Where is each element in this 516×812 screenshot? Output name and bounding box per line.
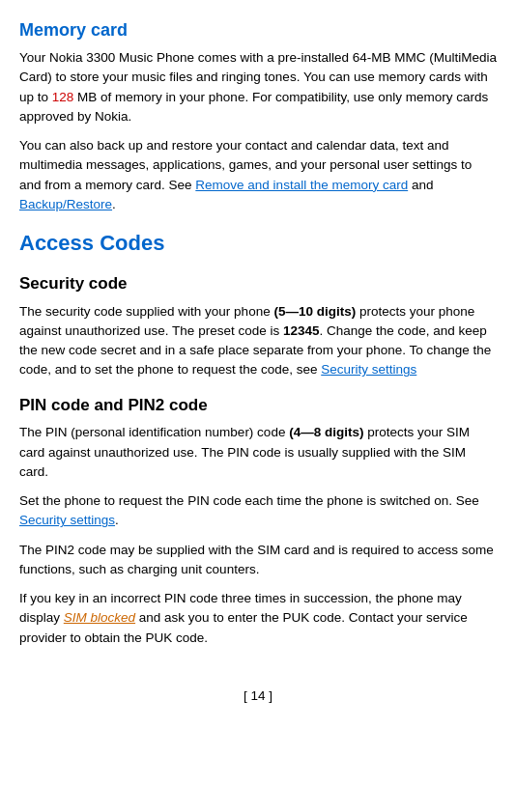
pin-text-2b: . <box>115 513 119 527</box>
pin-text-2a: Set the phone to request the PIN code ea… <box>19 493 479 508</box>
security-code-text-a: The security code supplied with your pho… <box>19 304 273 319</box>
pin-text-a: The PIN (personal identification number)… <box>19 425 289 439</box>
para2-mid: and <box>408 178 433 192</box>
pin-digits: (4—8 digits) <box>289 425 363 439</box>
para2-block: You can also back up and restore your co… <box>19 136 497 214</box>
access-codes-heading: Access Codes <box>19 228 497 259</box>
remove-install-link[interactable]: Remove and install the memory card <box>195 178 408 192</box>
para1-cont: MB of memory in your phone. For compatib… <box>19 90 488 124</box>
highlight-number: 128 <box>52 90 74 104</box>
security-code-heading: Security code <box>19 272 497 296</box>
pin-para1: The PIN (personal identification number)… <box>19 423 497 482</box>
security-settings-link-2[interactable]: Security settings <box>19 513 115 527</box>
page-number: [ 14 ] <box>244 688 272 703</box>
pin-para2: Set the phone to request the PIN code ea… <box>19 491 497 531</box>
pin-para3: The PIN2 code may be supplied with the S… <box>19 541 497 580</box>
para1-block: Your Nokia 3300 Music Phone comes with a… <box>19 48 497 126</box>
pin-heading: PIN code and PIN2 code <box>19 394 497 418</box>
security-settings-link-1[interactable]: Security settings <box>321 362 416 377</box>
page-footer: [ 14 ] <box>19 686 497 706</box>
security-code-digits: (5—10 digits) <box>273 304 356 319</box>
para2-end: . <box>112 197 116 211</box>
security-preset-code: 12345 <box>283 323 320 338</box>
backup-restore-link[interactable]: Backup/Restore <box>19 197 112 211</box>
sim-blocked-link[interactable]: SIM blocked <box>64 610 135 625</box>
security-code-para: The security code supplied with your pho… <box>19 302 497 380</box>
page-title: Memory card <box>19 17 497 42</box>
pin-para4: If you key in an incorrect PIN code thre… <box>19 589 497 648</box>
